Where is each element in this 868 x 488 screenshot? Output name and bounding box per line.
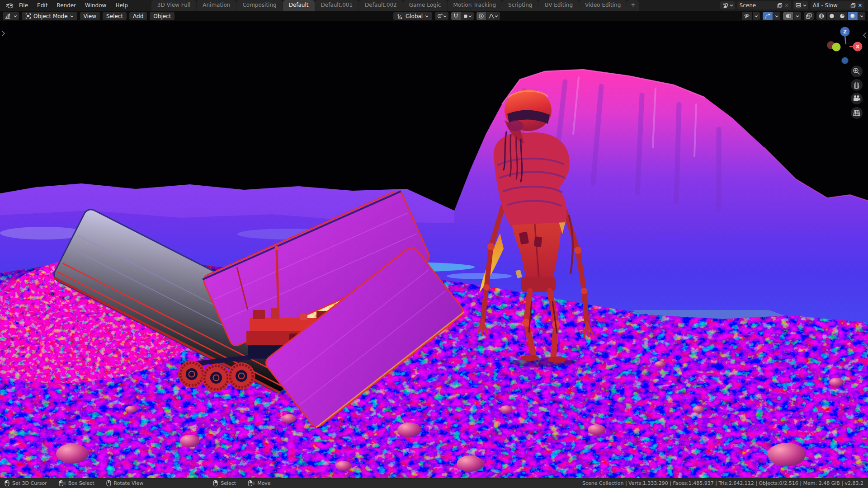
select-menu[interactable]: Select — [103, 12, 127, 20]
tab-game-logic[interactable]: Game Logic — [403, 0, 447, 11]
menu-file[interactable]: File — [14, 0, 33, 11]
scene-name: Scene — [740, 2, 775, 9]
snap-target-dropdown[interactable] — [461, 12, 474, 20]
pan-hand-button[interactable] — [851, 79, 863, 91]
view-layer-icon — [795, 2, 802, 9]
zoom-button[interactable] — [851, 66, 863, 77]
shading-options-chevron[interactable] — [858, 12, 865, 20]
menu-help[interactable]: Help — [111, 0, 132, 11]
camera-view-button[interactable] — [851, 93, 863, 104]
chevron-down-icon — [468, 14, 472, 18]
proportional-editing-icon — [478, 13, 484, 19]
object-mode-icon — [25, 13, 31, 19]
shading-solid-button[interactable] — [827, 12, 837, 20]
add-menu[interactable]: Add — [129, 12, 147, 20]
view-menu[interactable]: View — [80, 12, 100, 20]
shading-wireframe-button[interactable] — [816, 12, 826, 20]
remove-view-layer-icon[interactable]: ✕ — [858, 3, 862, 9]
chevron-down-icon — [14, 14, 17, 18]
tab-default-002[interactable]: Default.002 — [359, 0, 403, 11]
hint-set-3d-cursor: Set 3D Cursor — [5, 480, 47, 487]
pivot-point-icon — [437, 13, 443, 19]
axis-neg-z-ball[interactable] — [842, 57, 849, 64]
menu-render[interactable]: Render — [52, 0, 80, 11]
blender-logo-icon[interactable] — [5, 1, 14, 9]
tab-scripting[interactable]: Scripting — [502, 0, 538, 11]
hint-move: Move — [248, 480, 271, 487]
mouse-lmb-drag-icon — [59, 480, 66, 487]
mode-dropdown[interactable]: Object Mode — [22, 12, 77, 20]
chevron-down-icon — [803, 4, 807, 7]
mouse-rmb-drag-icon — [248, 480, 255, 487]
workspace-tabs: 3D View Full Animation Compositing Defau… — [151, 0, 639, 11]
hint-select: Select — [213, 480, 236, 487]
chevron-down-icon — [730, 4, 733, 7]
chevron-down-icon — [755, 14, 758, 18]
shading-material-button[interactable] — [837, 12, 847, 20]
visibility-eye-icon — [744, 13, 750, 19]
overlays-toggle[interactable] — [783, 12, 793, 20]
svg-text:Z: Z — [843, 29, 847, 35]
editor-type-button[interactable] — [3, 12, 19, 20]
shading-rendered-button[interactable] — [848, 12, 858, 20]
snap-toggle[interactable] — [451, 12, 461, 20]
overlays-options-chevron[interactable] — [794, 12, 801, 20]
pivot-point-dropdown[interactable] — [435, 12, 448, 20]
mouse-mmb-icon — [106, 480, 111, 487]
scene-browse-button[interactable] — [720, 1, 735, 9]
scene-viewlayer-controls: Scene ✕ All - Slow ✕ — [720, 1, 868, 9]
scene-name-field[interactable]: Scene ✕ — [737, 1, 791, 9]
overlays-icon — [785, 13, 792, 19]
gizmos-options-chevron[interactable] — [773, 12, 780, 20]
viewport-header: Object Mode View Select Add Object Globa… — [0, 11, 868, 21]
tab-animation[interactable]: Animation — [197, 0, 236, 11]
snap-increment-icon — [463, 14, 468, 19]
transform-orientation-dropdown[interactable]: Global — [393, 12, 432, 20]
svg-text:X: X — [856, 44, 860, 50]
object-visibility-dropdown[interactable] — [742, 12, 752, 20]
menu-window[interactable]: Window — [80, 0, 111, 11]
xray-toggle[interactable] — [804, 12, 814, 20]
tab-3d-view-full[interactable]: 3D View Full — [151, 0, 197, 11]
proportional-editing-toggle[interactable] — [476, 12, 486, 20]
chevron-down-icon — [70, 14, 74, 18]
perspective-grid-button[interactable] — [851, 107, 863, 119]
tab-default[interactable]: Default — [283, 0, 315, 11]
viewport-render: Z X — [0, 21, 868, 478]
chevron-down-icon — [860, 14, 863, 18]
tab-uv-editing[interactable]: UV Editing — [538, 0, 579, 11]
3d-viewport[interactable]: Z X — [0, 21, 868, 478]
chevron-down-icon — [796, 14, 799, 18]
mouse-rmb-icon — [213, 480, 218, 487]
rendered-shading-icon — [849, 13, 856, 19]
unlink-scene-icon: ✕ — [785, 3, 789, 9]
gizmos-toggle[interactable] — [763, 12, 773, 20]
statusbar: Set 3D Cursor Box Select Rotate View Sel… — [0, 478, 868, 488]
topbar: File Edit Render Window Help 3D View Ful… — [0, 0, 868, 11]
chevron-down-icon — [775, 14, 778, 18]
wireframe-shading-icon — [818, 13, 825, 19]
chevron-down-icon — [443, 14, 447, 18]
view-layer-name: All - Slow — [813, 2, 848, 9]
view-layer-browse-button[interactable] — [793, 1, 808, 9]
editor-type-3d-viewport-icon — [5, 13, 11, 19]
proportional-falloff-dropdown[interactable] — [486, 12, 500, 20]
new-view-layer-icon[interactable] — [850, 3, 856, 8]
new-scene-icon[interactable] — [777, 3, 783, 8]
view-layer-field[interactable]: All - Slow ✕ — [811, 1, 864, 9]
tab-video-editing[interactable]: Video Editing — [579, 0, 627, 11]
object-menu[interactable]: Object — [150, 12, 175, 20]
hint-box-select: Box Select — [59, 480, 94, 487]
orientation-label: Global — [406, 13, 423, 19]
mouse-lmb-icon — [5, 480, 9, 487]
orientation-axes-icon — [397, 13, 403, 19]
tab-motion-tracking[interactable]: Motion Tracking — [448, 0, 502, 11]
axis-y-ball[interactable] — [832, 43, 841, 52]
material-preview-icon — [839, 13, 845, 19]
add-workspace-button[interactable]: + — [627, 0, 639, 11]
chevron-down-icon — [495, 14, 498, 18]
menu-edit[interactable]: Edit — [33, 0, 52, 11]
visibility-options-chevron[interactable] — [753, 12, 760, 20]
tab-default-001[interactable]: Default.001 — [315, 0, 359, 11]
tab-compositing[interactable]: Compositing — [236, 0, 282, 11]
